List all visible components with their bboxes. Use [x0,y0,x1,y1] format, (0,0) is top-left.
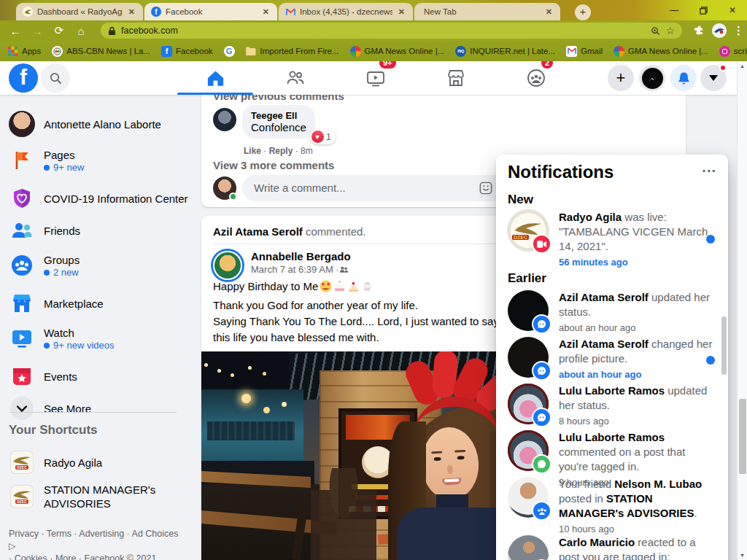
new-tab-button[interactable]: + [575,4,591,20]
notification-time: about an hour ago [559,368,713,382]
search-button[interactable] [41,63,70,93]
close-icon[interactable]: ✕ [544,7,554,17]
post-author-name[interactable]: Annabelle Bergado [251,250,351,262]
notification-time: about an hour ago [559,321,713,335]
bookmark-gmail[interactable]: Gmail [566,46,603,57]
window-minimize-button[interactable]: — [659,0,689,20]
page-scrollbar[interactable]: ▲ ▼ [737,61,747,560]
facebook-icon: f [161,46,172,57]
notification-time: 56 minutes ago [559,255,713,270]
close-icon[interactable]: ✕ [127,7,136,17]
reload-icon[interactable]: ⟳ [48,24,70,37]
sidebar-item-pages[interactable]: Pages 9+ new [0,141,198,179]
sidebar-item-friends[interactable]: Friends [0,214,198,246]
page-scrollbar-thumb[interactable] [739,399,746,474]
shortcut-radyo-agila[interactable]: DZEC Radyo Agila [0,446,198,478]
tab-marketplace[interactable] [416,61,496,95]
active-tab-underline [177,93,253,95]
notification-item[interactable]: Azil Atama Serolf updated her status. ab… [502,289,722,337]
close-icon[interactable]: ✕ [261,7,271,17]
scroll-up-icon[interactable]: ▲ [740,63,745,69]
post-author-avatar[interactable] [213,251,242,280]
reaction-count-pill[interactable]: ♥ 1 [310,129,336,144]
sidebar-item-profile[interactable]: Antonette Alano Laborte [0,106,198,141]
bookmark-label: Imported From Fire... [260,47,339,55]
shortcut-station-managers[interactable]: DZEC STATION MANAGER's ADVISORIES [0,475,198,518]
avatar[interactable] [213,108,236,131]
groups-tab-icon [526,68,546,88]
avatar [508,477,549,518]
forward-icon[interactable]: → [26,25,48,37]
notification-time: 8 hours ago [559,414,713,429]
bookmark-apps[interactable]: Apps [7,46,41,57]
notification-item[interactable]: Azil Atama Serolf changed her profile pi… [502,335,722,384]
home-icon[interactable]: ⌂ [70,25,92,37]
photo-shape-bottles [207,421,295,440]
extensions-puzzle-icon[interactable] [694,26,705,36]
tab-friends[interactable] [255,61,336,95]
bookmark-facebook[interactable]: f Facebook [161,46,213,57]
context-name[interactable]: Azil Atama Serolf [213,225,303,238]
like-link[interactable]: Like [244,146,261,156]
browser-menu-icon[interactable]: ⋮ [733,24,744,37]
facebook-logo-icon[interactable]: f [9,63,38,93]
tab-groups[interactable]: 2 [496,61,576,95]
window-close-button[interactable]: ✕ [718,0,747,20]
messenger-button[interactable] [639,65,665,91]
close-icon[interactable]: ✕ [397,7,406,17]
notification-item[interactable]: Your friend Nelson M. Lubao posted in ST… [502,475,722,538]
url-text: facebook.com [121,26,646,36]
bookmark-google[interactable]: G [224,46,235,57]
create-button[interactable]: + [608,65,634,91]
bookmark-gma-1[interactable]: GMA News Online |... [350,46,445,57]
notifications-scrollbar-thumb[interactable] [721,316,727,375]
avatar: DZEC [508,210,549,251]
groups-icon [9,252,35,279]
comment-bubble: Teegee Ell Confolence ♥ 1 [242,105,315,139]
bookmark-inquirer[interactable]: INQ INQUIRER.net | Late... [455,46,555,57]
comment-author[interactable]: Teegee Ell [251,110,306,121]
tab-watch[interactable]: 9+ [336,61,416,95]
scroll-down-icon[interactable]: ▼ [740,553,745,558]
browser-tab-inbox[interactable]: Inbox (4,435) - dzecnews1062@g ✕ [279,3,413,20]
notification-item[interactable]: DZEC Radyo Agila was live: "TAMBALANG VI… [502,209,722,271]
section-earlier: Earlier [508,271,546,286]
view-more-comments-link[interactable]: View 3 more comments [213,159,334,171]
browser-tab-new[interactable]: New Tab ✕ [414,3,560,20]
comment-text: Confolence [251,121,306,133]
comment-time: 8m [301,146,313,156]
bookmark-gma-2[interactable]: GMA News Online |... [614,46,708,57]
back-icon[interactable]: ← [4,25,26,37]
browser-tab-facebook[interactable]: f Facebook ✕ [144,3,277,20]
sidebar-item-events[interactable]: Events [0,360,198,392]
browser-tab-dashboard[interactable]: Dashboard « RadyoAgila.com — ✕ [16,3,143,20]
bookmark-abscbn[interactable]: ABS-CBN News | La... [52,46,150,57]
bookmark-star-icon[interactable]: ☆ [665,25,675,36]
sidebar-item-groups[interactable]: Groups 2 new [0,246,198,284]
zoom-icon[interactable] [651,26,660,36]
notifications-button[interactable] [670,65,697,91]
reply-link[interactable]: Reply [269,146,293,156]
address-bar[interactable]: facebook.com ☆ [101,23,682,39]
sidebar-item-covid[interactable]: COVID-19 Information Center [0,182,198,214]
sidebar-item-marketplace[interactable]: Marketplace [0,287,198,319]
sidebar-item-watch[interactable]: Watch 9+ new videos [0,319,198,357]
notification-item[interactable]: Lulu Laborte Ramos updated her status. 8… [502,382,722,430]
sidebar-item-see-more[interactable]: See More [0,392,198,424]
browser-profile-avatar[interactable] [712,23,727,38]
notification-item[interactable]: ♥ Carlo Mauricio reacted to a post you a… [502,534,722,560]
account-button[interactable] [700,65,727,91]
sticker-icon[interactable] [479,182,492,195]
sidebar-label: COVID-19 Information Center [44,192,188,206]
view-previous-comments-link[interactable]: View previous comments [213,95,344,102]
sidebar-label: Groups [44,253,80,267]
sidebar-footer[interactable]: Privacy · Terms · Advertising · Ad Choic… [9,528,182,560]
bookmark-imported[interactable]: Imported From Fire... [246,46,339,57]
bookmark-label: script writing [734,47,747,55]
bookmark-script-writing[interactable]: script writing [719,46,747,57]
comment-actions: Like · Reply · 8m [244,146,313,156]
notifications-menu-icon[interactable]: ... [702,159,716,176]
window-restore-button[interactable] [689,0,718,20]
sidebar-label: See More [44,402,91,416]
tab-home[interactable] [175,61,255,95]
